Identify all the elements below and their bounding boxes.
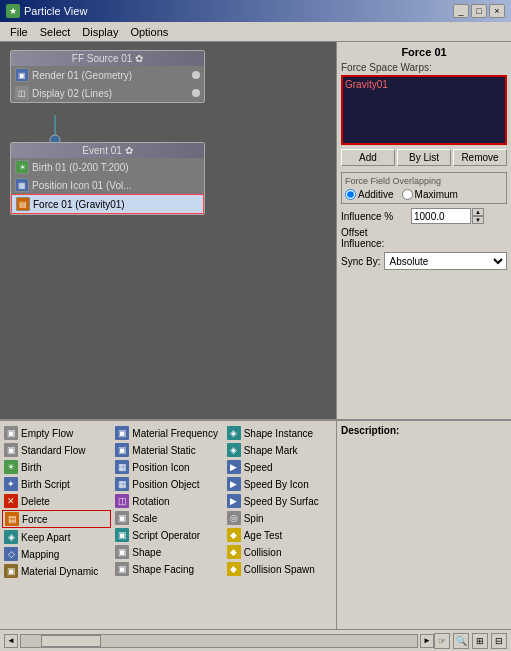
list-item-mapping[interactable]: ◇ Mapping <box>2 546 111 562</box>
event-box: Event 01 ✿ ☀ Birth 01 (0-200 T:200) ▦ Po… <box>10 142 205 215</box>
syncby-label: Sync By: <box>341 256 380 267</box>
birth-list-icon: ☀ <box>4 460 18 474</box>
list-item-birth-script[interactable]: ✦ Birth Script <box>2 476 111 492</box>
spin-up[interactable]: ▲ <box>472 208 484 216</box>
list-item-force[interactable]: ▤ Force <box>2 510 111 528</box>
list-item-scale[interactable]: ▣ Scale <box>113 510 222 526</box>
space-warps-label: Force Space Warps: <box>341 62 507 73</box>
speed-by-surface-icon: ▶ <box>227 494 241 508</box>
list-item-material-frequency[interactable]: ▣ Material Frequency <box>113 425 222 441</box>
list-column-1: ▣ Empty Flow ▣ Standard Flow ☀ Birth ✦ B… <box>2 425 111 625</box>
force-list-icon: ▤ <box>5 512 19 526</box>
list-item-delete[interactable]: ✕ Delete <box>2 493 111 509</box>
shape-icon: ▣ <box>115 545 129 559</box>
maximize-button[interactable]: □ <box>471 4 487 18</box>
display-dot <box>192 89 200 97</box>
spin-down[interactable]: ▼ <box>472 216 484 224</box>
view-icon[interactable]: ⊟ <box>491 633 507 649</box>
render-dot <box>192 71 200 79</box>
radio-additive[interactable]: Additive <box>345 189 394 200</box>
shape-mark-icon: ◈ <box>227 443 241 457</box>
syncby-select[interactable]: Absolute <box>384 252 507 270</box>
influence-input[interactable] <box>411 208 471 224</box>
mapping-icon: ◇ <box>4 547 18 561</box>
list-item-material-static[interactable]: ▣ Material Static <box>113 442 222 458</box>
menu-bar: File Select Display Options <box>0 22 511 42</box>
list-item-birth[interactable]: ☀ Birth <box>2 459 111 475</box>
influence-spinner: ▲ ▼ <box>472 208 484 224</box>
space-warps-listbox[interactable]: Gravity01 <box>341 75 507 145</box>
list-item-position-object[interactable]: ▦ Position Object <box>113 476 222 492</box>
close-button[interactable]: × <box>489 4 505 18</box>
material-dynamic-icon: ▣ <box>4 564 18 578</box>
scrollbar[interactable] <box>20 634 418 648</box>
scroll-thumb[interactable] <box>41 635 101 647</box>
event-birth[interactable]: ☀ Birth 01 (0-200 T:200) <box>11 158 204 176</box>
event-header: Event 01 ✿ <box>11 143 204 158</box>
scroll-left[interactable]: ◄ <box>4 634 18 648</box>
spin-icon: ◎ <box>227 511 241 525</box>
shape-facing-icon: ▣ <box>115 562 129 576</box>
list-item-shape-mark[interactable]: ◈ Shape Mark <box>225 442 334 458</box>
status-bar: ◄ ► ☞ 🔍 ⊞ ⊟ <box>0 629 511 651</box>
list-item-shape-facing[interactable]: ▣ Shape Facing <box>113 561 222 577</box>
collision-icon: ◆ <box>227 545 241 559</box>
collision-spawn-icon: ◆ <box>227 562 241 576</box>
list-item-collision-spawn[interactable]: ◆ Collision Spawn <box>225 561 334 577</box>
script-operator-icon: ▣ <box>115 528 129 542</box>
list-item-shape-instance[interactable]: ◈ Shape Instance <box>225 425 334 441</box>
material-static-icon: ▣ <box>115 443 129 457</box>
menu-select[interactable]: Select <box>34 24 77 40</box>
material-freq-icon: ▣ <box>115 426 129 440</box>
bottom-area: ▣ Empty Flow ▣ Standard Flow ☀ Birth ✦ B… <box>0 419 511 629</box>
list-item-speed-by-surface[interactable]: ▶ Speed By Surfac <box>225 493 334 509</box>
list-column-2: ▣ Material Frequency ▣ Material Static ▦… <box>113 425 222 625</box>
list-item-position-icon[interactable]: ▦ Position Icon <box>113 459 222 475</box>
speed-by-icon-icon: ▶ <box>227 477 241 491</box>
window-title: Particle View <box>24 5 87 17</box>
list-item-empty-flow[interactable]: ▣ Empty Flow <box>2 425 111 441</box>
list-item-speed-by-icon[interactable]: ▶ Speed By Icon <box>225 476 334 492</box>
grid-icon[interactable]: ⊞ <box>472 633 488 649</box>
render-icon: ▣ <box>15 68 29 82</box>
menu-file[interactable]: File <box>4 24 34 40</box>
items-list: ▣ Empty Flow ▣ Standard Flow ☀ Birth ✦ B… <box>0 421 336 629</box>
minimize-button[interactable]: _ <box>453 4 469 18</box>
menu-options[interactable]: Options <box>124 24 174 40</box>
list-item-rotation[interactable]: ◫ Rotation <box>113 493 222 509</box>
ff-source-box: FF Source 01 ✿ ▣ Render 01 (Geometry) ◫ … <box>10 50 205 103</box>
cursor-icon[interactable]: ☞ <box>434 633 450 649</box>
ff-row-render[interactable]: ▣ Render 01 (Geometry) <box>11 66 204 84</box>
list-item-spin[interactable]: ◎ Spin <box>225 510 334 526</box>
list-item-collision[interactable]: ◆ Collision <box>225 544 334 560</box>
list-item-script-operator[interactable]: ▣ Script Operator <box>113 527 222 543</box>
list-item-shape[interactable]: ▣ Shape <box>113 544 222 560</box>
scroll-right[interactable]: ► <box>420 634 434 648</box>
list-item-age-test[interactable]: ◆ Age Test <box>225 527 334 543</box>
event-position[interactable]: ▦ Position Icon 01 (Vol... <box>11 176 204 194</box>
list-item-standard-flow[interactable]: ▣ Standard Flow <box>2 442 111 458</box>
list-item-material-dynamic[interactable]: ▣ Material Dynamic <box>2 563 111 579</box>
list-item-speed[interactable]: ▶ Speed <box>225 459 334 475</box>
rotation-icon: ◫ <box>115 494 129 508</box>
remove-button[interactable]: Remove <box>453 149 507 166</box>
radio-group: Additive Maximum <box>345 189 503 200</box>
display-icon: ◫ <box>15 86 29 100</box>
influence-row: Influence % ▲ ▼ <box>341 208 507 224</box>
force-icon: ▤ <box>16 197 30 211</box>
menu-display[interactable]: Display <box>76 24 124 40</box>
shape-instance-icon: ◈ <box>227 426 241 440</box>
standard-flow-icon: ▣ <box>4 443 18 457</box>
add-button[interactable]: Add <box>341 149 395 166</box>
position-icon-icon: ▦ <box>115 460 129 474</box>
force-field-section: Force Field Overlapping Additive Maximum <box>341 172 507 204</box>
list-item-keep-apart[interactable]: ◈ Keep Apart <box>2 529 111 545</box>
ff-row-display[interactable]: ◫ Display 02 (Lines) <box>11 84 204 102</box>
zoom-icon[interactable]: 🔍 <box>453 633 469 649</box>
delete-icon: ✕ <box>4 494 18 508</box>
syncby-row: Sync By: Absolute <box>341 252 507 270</box>
event-force[interactable]: ▤ Force 01 (Gravity01) <box>11 194 204 214</box>
by-list-button[interactable]: By List <box>397 149 451 166</box>
radio-maximum[interactable]: Maximum <box>402 189 458 200</box>
empty-flow-icon: ▣ <box>4 426 18 440</box>
